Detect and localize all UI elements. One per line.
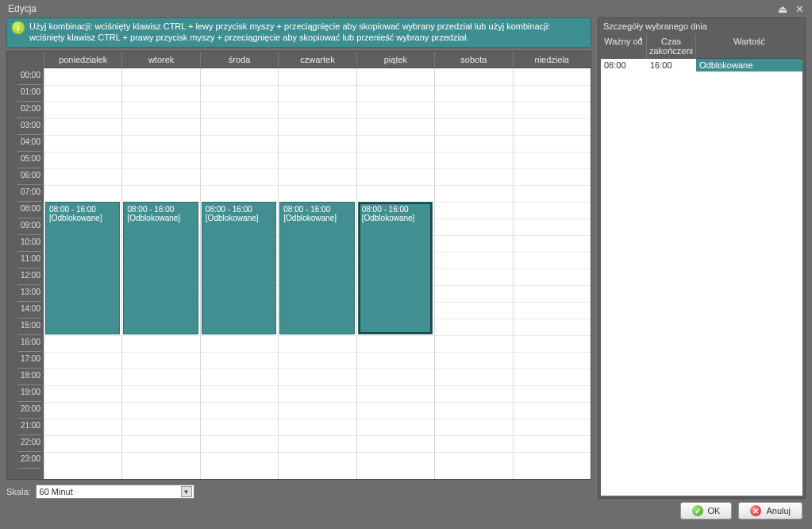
time-label: 05:00 (7, 152, 44, 168)
day-column[interactable]: 08:00 - 16:00[Odblokowane] (356, 68, 434, 480)
calendar-event[interactable]: 08:00 - 16:00[Odblokowane] (358, 202, 433, 334)
time-label: 11:00 (7, 252, 44, 268)
time-label: 00:00 (7, 68, 44, 85)
details-panel: Szczegóły wybranego dnia Ważny od ▲ Czas… (598, 17, 806, 499)
cancel-icon: ✕ (750, 505, 761, 516)
time-label: 03:00 (7, 118, 44, 135)
close-icon[interactable]: ✕ (795, 3, 804, 15)
info-icon (12, 21, 25, 34)
time-label: 17:00 (7, 352, 44, 369)
sort-asc-icon: ▲ (637, 36, 644, 43)
time-label: 22:00 (7, 435, 44, 452)
time-label: 18:00 (7, 369, 44, 385)
day-header[interactable]: niedziela (513, 52, 591, 68)
details-title: Szczegóły wybranego dnia (598, 18, 805, 34)
scale-label: Skala: (6, 487, 31, 496)
chevron-down-icon: ▼ (181, 486, 192, 497)
day-header[interactable]: wtorek (121, 52, 199, 68)
time-label: 06:00 (7, 168, 44, 185)
time-label: 13:00 (7, 285, 44, 302)
day-column[interactable]: 08:00 - 16:00[Odblokowane] (200, 68, 278, 480)
calendar: poniedziałekwtorekśrodaczwartekpiąteksob… (6, 51, 591, 481)
hint-banner: Użyj kombinacji: wciśnięty klawisz CTRL … (6, 17, 591, 48)
details-header: Ważny od ▲ Czas zakończeni Wartość (601, 34, 802, 59)
time-label: 04:00 (7, 135, 44, 152)
time-label: 19:00 (7, 385, 44, 402)
day-column[interactable]: 08:00 - 16:00[Odblokowane] (44, 68, 121, 480)
time-label: 07:00 (7, 185, 44, 202)
day-column[interactable]: 08:00 - 16:00[Odblokowane] (121, 68, 199, 480)
time-label: 23:00 (7, 452, 44, 469)
calendar-event[interactable]: 08:00 - 16:00[Odblokowane] (123, 202, 198, 334)
calendar-event[interactable]: 08:00 - 16:00[Odblokowane] (202, 202, 276, 334)
calendar-event[interactable]: 08:00 - 16:00[Odblokowane] (45, 202, 120, 334)
check-icon: ✓ (692, 505, 703, 516)
time-label: 20:00 (7, 402, 44, 419)
time-label: 02:00 (7, 102, 44, 118)
time-label: 15:00 (7, 319, 44, 335)
ok-button[interactable]: ✓ OK (680, 502, 733, 519)
col-end-time[interactable]: Czas zakończeni (647, 34, 696, 59)
time-label: 12:00 (7, 268, 44, 285)
pin-icon[interactable]: ⏏ (778, 3, 787, 15)
day-header[interactable]: poniedziałek (44, 52, 121, 68)
time-label: 14:00 (7, 302, 44, 319)
time-label: 21:00 (7, 419, 44, 435)
time-label: 08:00 (7, 202, 44, 218)
day-header[interactable]: sobota (434, 52, 512, 68)
time-label: 01:00 (7, 85, 44, 102)
day-header[interactable]: czwartek (278, 52, 356, 68)
day-column[interactable] (434, 68, 512, 480)
day-header[interactable]: środa (200, 52, 278, 68)
day-column[interactable] (513, 68, 591, 480)
table-row[interactable]: 08:0016:00Odblokowane (601, 59, 802, 71)
col-value[interactable]: Wartość (696, 34, 802, 59)
day-header[interactable]: piątek (356, 52, 434, 68)
time-label: 09:00 (7, 218, 44, 235)
window-title: Edycja (8, 3, 37, 14)
time-label: 10:00 (7, 235, 44, 252)
hint-text: Użyj kombinacji: wciśnięty klawisz CTRL … (29, 21, 586, 44)
calendar-event[interactable]: 08:00 - 16:00[Odblokowane] (279, 202, 354, 334)
scale-select[interactable]: 60 Minut ▼ (36, 485, 194, 499)
day-column[interactable]: 08:00 - 16:00[Odblokowane] (278, 68, 356, 480)
titlebar: Edycja ⏏ ✕ (6, 0, 806, 17)
scale-value: 60 Minut (40, 487, 73, 496)
cancel-button[interactable]: ✕ Anuluj (738, 502, 802, 519)
time-label: 16:00 (7, 335, 44, 352)
col-valid-from[interactable]: Ważny od ▲ (601, 34, 647, 59)
